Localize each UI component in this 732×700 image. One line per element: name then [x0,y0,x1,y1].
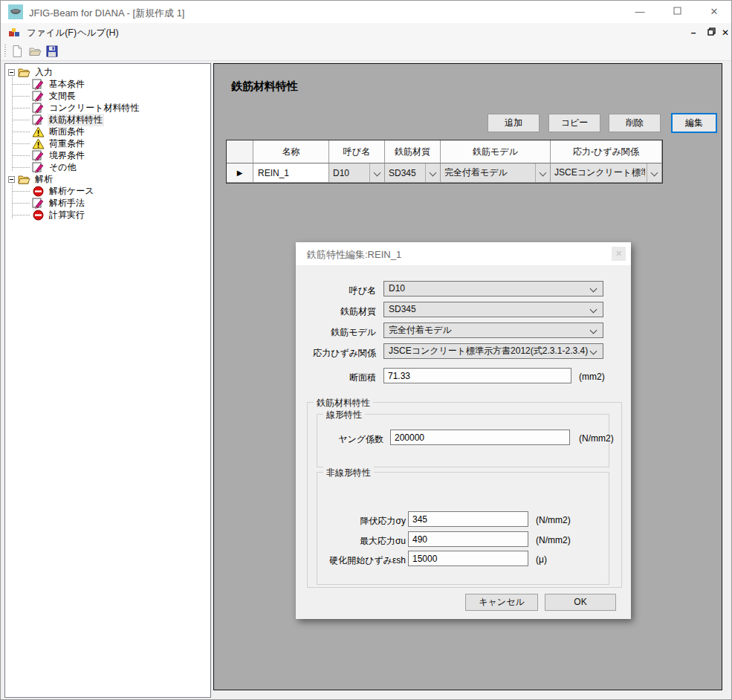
cell-relation-dropdown[interactable]: JSCEコンクリート標準示... [551,163,662,183]
column-header-relation[interactable]: 応力-ひずみ関係 [551,140,662,163]
nonlinear-properties-group: 非線形特性 [317,472,609,585]
column-header-name[interactable]: 名称 [253,140,329,163]
size-label: 呼び名 [296,285,376,297]
hardening-strain-label: 硬化開始ひずみεsh [296,554,406,567]
column-header-model[interactable]: 鉄筋モデル [441,140,551,163]
tree-item-load-conditions[interactable]: 荷重条件 [5,137,210,149]
row-selector[interactable]: ▶ [227,163,253,183]
new-document-icon[interactable] [10,45,24,58]
collapse-icon[interactable] [8,69,15,76]
app-window: JFIG-Beam for DIANA - [新規作成 1] — ✕ ファイル(… [0,0,732,700]
edit-icon [32,91,45,102]
rebar-edit-dialog: 鉄筋特性編集:REIN_1 ✕ 呼び名 D10 鉄筋材質 SD345 鉄筋モデル… [296,242,631,619]
edit-icon [32,162,45,173]
relation-dropdown[interactable]: JSCEコンクリート標準示方書2012(式2.3.1-2.3.4) [383,343,603,359]
menu-help[interactable]: ヘルプ(H) [77,27,119,39]
warning-icon [32,126,45,137]
dialog-title: 鉄筋特性編集:REIN_1 [307,248,401,262]
young-modulus-label: ヤング係数 [303,433,383,446]
area-input[interactable] [383,368,571,383]
edit-icon [32,114,45,126]
dialog-close-button[interactable]: ✕ [612,247,626,261]
app-logo-icon [8,4,23,19]
cell-name[interactable]: REIN_1 [253,163,329,183]
tree-item-analysis[interactable]: 解析 [5,173,210,185]
edit-icon [32,79,45,90]
collapse-icon[interactable] [8,176,15,183]
mdi-form-icon [8,27,20,39]
tree-item-others[interactable]: その他 [5,161,210,173]
tree-item-analysis-method[interactable]: 解析手法 [5,197,210,209]
cell-size-dropdown[interactable]: D10 [329,163,385,183]
warning-icon [32,138,45,149]
cancel-button[interactable]: キャンセル [465,594,538,611]
max-stress-input[interactable] [408,531,528,547]
tree-item-span-length[interactable]: 支間長 [5,90,210,102]
window-title: JFIG-Beam for DIANA - [新規作成 1] [29,7,184,20]
menu-file[interactable]: ファイル(F) [27,27,77,39]
add-button[interactable]: 追加 [488,114,540,132]
material-label: 鉄筋材質 [296,305,376,318]
linear-group-title: 線形特性 [323,409,365,421]
table-corner-cell [227,140,253,163]
nonlinear-group-title: 非線形特性 [323,467,374,479]
menu-bar: ファイル(F) ヘルプ(H) – ✕ [1,23,731,42]
area-label: 断面積 [296,372,376,384]
toolbar [1,42,731,61]
size-dropdown[interactable]: D10 [383,281,603,296]
hardening-strain-input[interactable] [408,551,528,566]
window-minimize-button[interactable]: — [627,1,652,23]
tree-item-input[interactable]: 入力 [5,66,210,78]
yield-stress-input[interactable] [408,511,528,527]
cell-material-dropdown[interactable]: SD345 [385,163,441,183]
tree-item-boundary-conditions[interactable]: 境界条件 [5,149,210,161]
edit-icon [32,198,45,209]
page-title: 鉄筋材料特性 [231,80,298,94]
ok-button[interactable]: OK [545,594,616,611]
mdi-minimize-button[interactable]: – [687,26,700,39]
column-header-size[interactable]: 呼び名 [329,140,385,163]
rebar-table: 名称 呼び名 鉄筋材質 鉄筋モデル 応力-ひずみ関係 ▶ REIN_1 D10 … [226,140,663,184]
window-close-button[interactable]: ✕ [702,1,727,23]
open-folder-icon[interactable] [28,45,42,58]
navigation-tree: 入力 基本条件 支間長 [4,63,211,698]
stop-icon [32,210,45,221]
delete-button[interactable]: 削除 [609,114,661,132]
material-dropdown[interactable]: SD345 [383,302,603,317]
tree-item-basic-conditions[interactable]: 基本条件 [5,78,210,90]
yield-stress-unit: (N/mm2) [536,515,571,525]
tree-item-run-calculation[interactable]: 計算実行 [5,209,210,221]
save-icon[interactable] [45,45,59,58]
edit-button[interactable]: 編集 [671,113,717,133]
stop-icon [32,186,45,197]
tree-item-section-conditions[interactable]: 断面条件 [5,126,210,137]
mdi-restore-button[interactable] [705,26,718,39]
tree-item-rebar-material[interactable]: 鉄筋材料特性 [5,114,210,126]
relation-label: 応力ひずみ関係 [296,347,376,360]
max-stress-unit: (N/mm2) [536,535,571,545]
edit-icon [32,150,45,161]
rebar-material-group-title: 鉄筋材料特性 [314,397,373,409]
young-modulus-input[interactable] [390,430,570,445]
folder-open-icon [18,174,30,185]
column-header-material[interactable]: 鉄筋材質 [385,140,441,163]
model-label: 鉄筋モデル [296,326,376,339]
yield-stress-label: 降伏応力σy [296,515,406,528]
toolbar-grip[interactable] [4,45,6,58]
tree-item-analysis-case[interactable]: 解析ケース [5,185,210,197]
copy-button[interactable]: コピー [548,114,600,132]
young-modulus-unit: (N/mm2) [579,433,614,444]
title-bar: JFIG-Beam for DIANA - [新規作成 1] — ✕ [1,1,731,23]
window-maximize-button[interactable] [664,1,690,23]
model-dropdown[interactable]: 完全付着モデル [383,323,603,338]
hardening-strain-unit: (μ) [536,554,547,565]
mdi-close-button[interactable]: ✕ [719,26,732,39]
edit-icon [32,103,45,114]
area-unit: (mm2) [579,372,605,382]
cell-model-dropdown[interactable]: 完全付着モデル [441,163,551,183]
folder-open-icon [18,67,30,78]
max-stress-label: 最大応力σu [296,535,406,548]
dialog-title-bar: 鉄筋特性編集:REIN_1 ✕ [296,242,631,265]
tree-item-concrete-material[interactable]: コンクリート材料特性 [5,102,210,114]
